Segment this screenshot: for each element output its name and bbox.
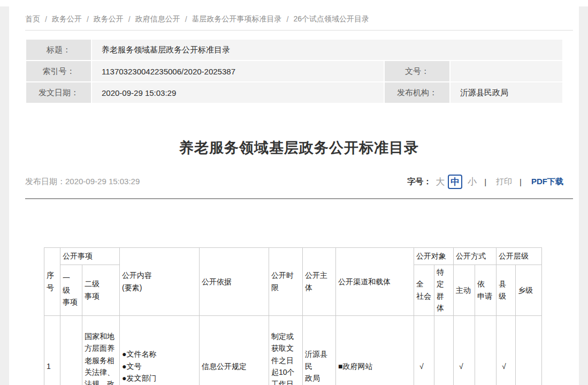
header-level-county: 县级 <box>497 265 516 316</box>
breadcrumb-pilot-catalog[interactable]: 26个试点领域公开目录 <box>293 14 369 24</box>
page-margin-right <box>579 6 588 385</box>
cell-level-town <box>516 315 542 385</box>
meta-date-label: 发文日期： <box>26 82 91 103</box>
header-target-all: 全 社会 <box>414 265 434 316</box>
article-tools: 字号： 大 中 小 | 打印 | PDF下载 <box>407 175 563 189</box>
header-content: 公开内容 (要素) <box>120 248 200 316</box>
tools-separator: | <box>520 177 522 186</box>
cell-level2: 国家和地 方层面养 老服务相 关法律、 法规、政 策文件 <box>82 315 120 385</box>
header-method-request: 依 申请 <box>475 265 497 316</box>
article-info-bar: 发布日期：2020-09-29 15:03:29 字号： 大 中 小 | 打印 … <box>25 175 563 189</box>
header-time-limit: 公开时 限 <box>269 248 303 316</box>
cell-channel: ■政府网站 <box>336 315 414 385</box>
document-meta-table: 标题： 养老服务领域基层政务公开标准目录 索引号： 11370323004223… <box>25 39 563 104</box>
meta-title-value: 养老服务领域基层政务公开标准目录 <box>92 40 562 60</box>
breadcrumb-separator: / <box>87 15 89 24</box>
meta-agency-label: 发布机构： <box>385 82 449 103</box>
cell-method-active: √ <box>454 315 475 385</box>
font-size-small-button[interactable]: 小 <box>468 176 477 188</box>
header-target-specific: 特定 群体 <box>434 265 454 316</box>
breadcrumb-zhengwu-gongkai-1[interactable]: 政务公开 <box>52 14 82 24</box>
meta-title-label: 标题： <box>26 40 91 60</box>
header-matters: 公开事项 <box>60 248 120 265</box>
meta-row-title: 标题： 养老服务领域基层政务公开标准目录 <box>26 40 562 60</box>
cell-level-county: √ <box>497 315 516 385</box>
header-level1: 一 级 事项 <box>60 265 82 316</box>
breadcrumb-separator: / <box>287 15 289 24</box>
breadcrumb-separator: / <box>185 15 187 24</box>
cell-seq: 1 <box>44 315 60 385</box>
breadcrumb-gov-info[interactable]: 政府信息公开 <box>135 14 180 24</box>
cell-time-limit: 制定或 获取文 件之日 起10个 工作日 内 <box>269 315 303 385</box>
breadcrumb: 首页 / 政务公开 / 政务公开 / 政府信息公开 / 基层政务公开事项标准目录… <box>25 14 573 24</box>
meta-docno-value <box>450 61 562 81</box>
breadcrumb-standard-catalog[interactable]: 基层政务公开事项标准目录 <box>192 14 282 24</box>
cell-basis: 信息公开规定 <box>200 315 269 385</box>
header-method: 公开方式 <box>454 248 497 265</box>
font-size-label: 字号： <box>407 177 431 187</box>
table-row: 1 国家和地 方层面养 老服务相 关法律、 法规、政 策文件 ●文件名称 ●文号… <box>44 315 542 385</box>
breadcrumb-zhengwu-gongkai-2[interactable]: 政务公开 <box>94 14 124 24</box>
header-target: 公开对象 <box>414 248 454 265</box>
publish-date-label: 发布日期： <box>25 177 65 186</box>
cell-target-all: √ <box>414 315 434 385</box>
meta-row-index: 索引号： 113703230042235006/2020-2025387 文号： <box>26 61 562 81</box>
content-card: 首页 / 政务公开 / 政务公开 / 政府信息公开 / 基层政务公开事项标准目录… <box>9 0 579 385</box>
page-margin-left <box>0 6 9 385</box>
meta-date-value: 2020-09-29 15:03:29 <box>92 82 384 103</box>
cell-level1 <box>60 315 82 385</box>
publish-date-value: 2020-09-29 15:03:29 <box>65 177 140 186</box>
breadcrumb-divider <box>25 30 573 31</box>
cell-content: ●文件名称 ●文号 ●发文部门 <box>120 315 200 385</box>
table-header-row-1: 序 号 公开事项 公开内容 (要素) 公开依据 公开时 限 公开主体 公开渠道和… <box>44 248 542 265</box>
meta-index-label: 索引号： <box>26 61 91 81</box>
cell-subject: 沂源县民 政局 <box>303 315 336 385</box>
page-title: 养老服务领域基层政务公开标准目录 <box>25 138 573 157</box>
print-button[interactable]: 打印 <box>496 177 512 187</box>
header-level-town: 乡级 <box>516 265 542 316</box>
header-level2: 二级 事项 <box>82 265 120 316</box>
pdf-download-button[interactable]: PDF下载 <box>531 177 563 187</box>
tools-separator: | <box>484 177 486 186</box>
breadcrumb-home[interactable]: 首页 <box>25 14 40 24</box>
disclosure-standard-table: 序 号 公开事项 公开内容 (要素) 公开依据 公开时 限 公开主体 公开渠道和… <box>44 247 542 385</box>
header-channel: 公开渠道和载体 <box>336 248 414 316</box>
header-basis: 公开依据 <box>200 248 269 316</box>
meta-docno-label: 文号： <box>385 61 449 81</box>
font-size-large-button[interactable]: 大 <box>436 176 445 188</box>
cell-method-request <box>475 315 497 385</box>
breadcrumb-separator: / <box>45 15 47 24</box>
breadcrumb-separator: / <box>128 15 131 24</box>
header-seq: 序 号 <box>44 248 60 316</box>
meta-row-date: 发文日期： 2020-09-29 15:03:29 发布机构： 沂源县民政局 <box>26 82 562 103</box>
font-size-medium-button[interactable]: 中 <box>448 175 462 189</box>
cell-target-specific <box>434 315 454 385</box>
article-divider <box>25 198 573 199</box>
meta-index-value: 113703230042235006/2020-2025387 <box>92 61 384 81</box>
header-method-active: 主动 <box>454 265 475 316</box>
header-subject: 公开主体 <box>303 248 336 316</box>
meta-agency-value: 沂源县民政局 <box>450 82 562 103</box>
publish-date: 发布日期：2020-09-29 15:03:29 <box>25 177 140 187</box>
header-level: 公开层级 <box>497 248 542 265</box>
